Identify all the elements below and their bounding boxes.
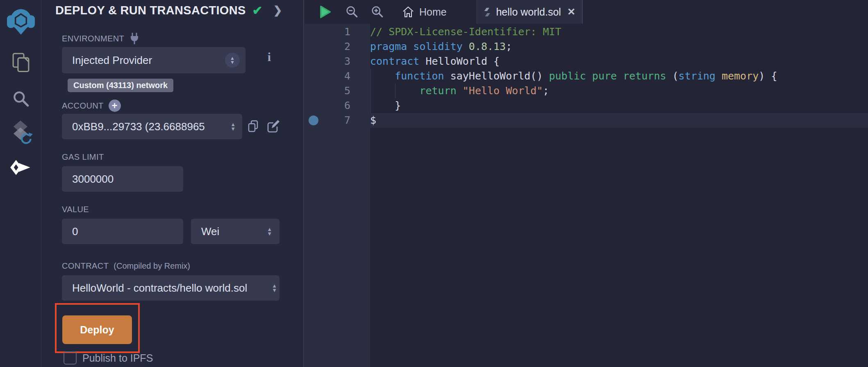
code-line-text[interactable]: } [370, 98, 401, 113]
magnifier-minus-icon [345, 5, 359, 18]
compiled-check-icon: ✔ [252, 3, 263, 18]
code-lines: 1// SPDX-License-Identifier: MIT2pragma … [304, 25, 868, 128]
gutter-cell[interactable]: 6 [304, 98, 370, 113]
edit-account-icon[interactable] [266, 120, 280, 134]
code-line[interactable]: 6 } [304, 98, 868, 113]
contract-select-spinner-icon[interactable]: ▲▼ [272, 283, 277, 292]
deploy-run-panel: DEPLOY & RUN TRANSACTIONS ✔ ❯ ENVIRONMEN… [41, 0, 304, 367]
code-line-text[interactable]: function sayHelloWorld() public pure ret… [370, 69, 777, 84]
remix-ide-window: DEPLOY & RUN TRANSACTIONS ✔ ❯ ENVIRONMEN… [0, 0, 868, 367]
environment-select[interactable]: Injected Provider ▲▼ [62, 47, 245, 73]
gutter-cell[interactable]: 3 [304, 54, 370, 69]
line-number: 6 [344, 100, 350, 111]
tab-file-label: hello world.sol [496, 6, 561, 18]
publish-row: Publish to IPFS [64, 351, 153, 365]
tab-hello-world-sol[interactable]: hello world.sol ✕ [477, 0, 583, 24]
code-editor-region: Home hello world.sol ✕ 1// SPDX-License-… [304, 0, 868, 367]
environment-select-spinner-icon[interactable]: ▲▼ [225, 53, 240, 68]
home-icon [402, 6, 414, 18]
panel-title: DEPLOY & RUN TRANSACTIONS [55, 4, 246, 17]
environment-label-row: ENVIRONMENT [62, 33, 140, 44]
editor-tab-bar: Home hello world.sol ✕ [304, 0, 868, 24]
solidity-file-icon [484, 7, 491, 18]
value-input[interactable]: 0 [62, 219, 183, 244]
environment-value: Injected Provider [72, 54, 152, 67]
line-number: 3 [344, 55, 350, 67]
account-select[interactable]: 0xBB9...29733 (23.6688965 ▲▼ [62, 114, 242, 139]
environment-label: ENVIRONMENT [62, 34, 124, 43]
play-icon [318, 5, 332, 19]
line-number: 4 [344, 70, 350, 82]
file-explorer-icon[interactable] [0, 52, 41, 73]
zoom-out-button[interactable] [345, 0, 359, 24]
search-icon[interactable] [0, 89, 41, 108]
code-line-text[interactable]: return "Hello World"; [370, 84, 549, 98]
magnifier-plus-icon [371, 5, 384, 18]
copy-account-icon[interactable] [247, 120, 260, 134]
gutter-cell[interactable]: 1 [304, 25, 370, 39]
zoom-in-button[interactable] [371, 0, 384, 24]
contract-value: HelloWorld - contracts/hello world.sol [72, 282, 247, 295]
code-line[interactable]: 5 return "Hello World"; [304, 84, 868, 98]
gutter-cell[interactable]: 5 [304, 84, 370, 98]
code-line[interactable]: 2pragma solidity 0.8.13; [304, 39, 868, 54]
gutter-cell[interactable]: 2 [304, 39, 370, 54]
network-badge: Custom (43113) network [68, 79, 173, 92]
publish-ipfs-checkbox[interactable] [64, 351, 77, 365]
contract-sublabel: (Compiled by Remix) [114, 261, 190, 271]
code-line[interactable]: 3contract HelloWorld { [304, 54, 868, 69]
gutter-cell[interactable]: 7 [304, 113, 370, 128]
code-line[interactable]: 1// SPDX-License-Identifier: MIT [304, 25, 868, 39]
publish-ipfs-label: Publish to IPFS [82, 352, 153, 364]
gas-limit-input[interactable]: 3000000 [62, 166, 183, 192]
account-select-spinner-icon[interactable]: ▲▼ [230, 122, 236, 131]
account-label: ACCOUNT [62, 101, 104, 111]
contract-label: CONTRACT [62, 261, 109, 271]
gas-limit-label: GAS LIMIT [62, 152, 104, 162]
value-label: VALUE [62, 205, 89, 214]
environment-info-icon[interactable]: i [263, 50, 276, 64]
add-account-icon[interactable]: + [109, 100, 121, 112]
tab-home-label: Home [419, 6, 447, 18]
remix-logo-icon[interactable] [0, 5, 41, 35]
icon-rail [0, 0, 41, 367]
code-line[interactable]: 4 function sayHelloWorld() public pure r… [304, 69, 868, 84]
solidity-compiler-icon[interactable] [0, 120, 41, 145]
code-line-text[interactable]: pragma solidity 0.8.13; [370, 39, 512, 54]
run-script-button[interactable] [318, 0, 332, 24]
plug-icon [129, 33, 140, 44]
deploy-button[interactable]: Deploy [62, 315, 132, 344]
contract-select[interactable]: HelloWorld - contracts/hello world.sol ▲… [62, 275, 279, 301]
code-line-text[interactable]: $ [370, 113, 376, 128]
breakpoint-dot-icon[interactable] [309, 116, 318, 125]
line-number: 5 [344, 85, 350, 97]
account-value: 0xBB9...29733 (23.6688965 [72, 120, 205, 133]
tab-home[interactable]: Home [402, 0, 447, 24]
close-tab-icon[interactable]: ✕ [567, 6, 575, 18]
code-area[interactable]: 1// SPDX-License-Identifier: MIT2pragma … [304, 24, 868, 367]
gas-limit-value: 3000000 [72, 173, 114, 186]
code-line[interactable]: 7$ [304, 113, 868, 128]
value-unit-spinner-icon[interactable]: ▲▼ [267, 227, 272, 236]
contract-label-row: CONTRACT (Compiled by Remix) [62, 261, 190, 271]
line-number: 2 [344, 41, 350, 52]
account-label-row: ACCOUNT + [62, 100, 121, 112]
value-unit: Wei [201, 225, 219, 238]
code-line-text[interactable]: contract HelloWorld { [370, 54, 500, 69]
value-value: 0 [72, 225, 78, 238]
gutter-cell[interactable]: 4 [304, 69, 370, 84]
panel-header: DEPLOY & RUN TRANSACTIONS ✔ ❯ [55, 3, 282, 18]
line-number: 1 [344, 26, 350, 38]
line-number: 7 [344, 114, 350, 126]
deploy-run-icon[interactable] [0, 159, 41, 178]
collapse-panel-chevron-icon[interactable]: ❯ [273, 4, 282, 17]
code-line-text[interactable]: // SPDX-License-Identifier: MIT [370, 25, 561, 39]
value-unit-select[interactable]: Wei ▲▼ [191, 219, 279, 244]
